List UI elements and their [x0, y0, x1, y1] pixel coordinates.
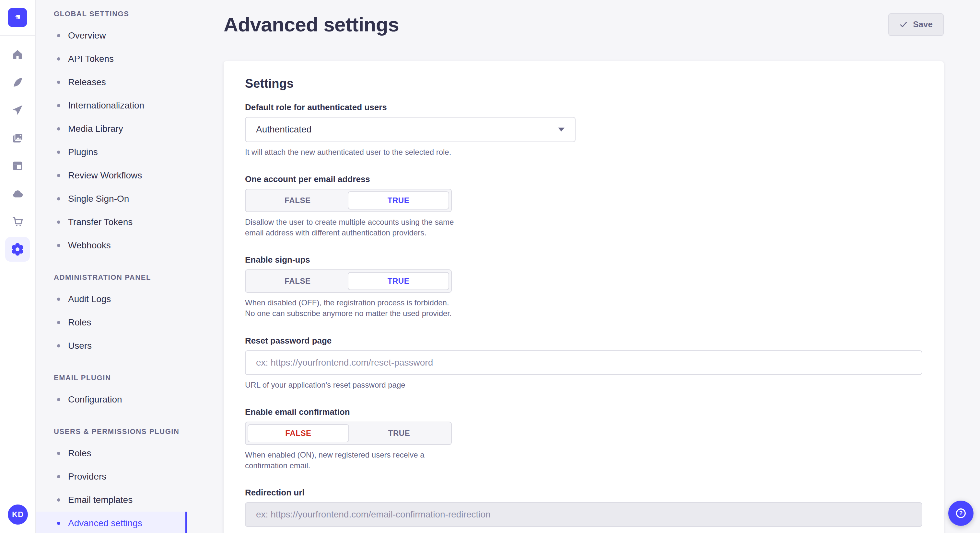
user-avatar[interactable]: KD	[8, 504, 28, 525]
settings-sidebar: Global SettingsOverviewAPI TokensRelease…	[36, 0, 187, 533]
redirection-url-input	[245, 502, 922, 527]
bullet-icon	[57, 452, 60, 455]
enable-signups-label: Enable sign-ups	[245, 255, 922, 265]
sidebar-item-label: Releases	[68, 77, 106, 87]
app-icon-rail: KD	[0, 0, 36, 533]
sidebar-item-label: Roles	[68, 317, 91, 328]
cloud-icon	[11, 187, 24, 200]
logo-container	[0, 0, 35, 36]
bullet-icon	[57, 81, 60, 84]
layout-icon	[11, 159, 24, 172]
app-viewport: KD Global SettingsOverviewAPI TokensRele…	[0, 0, 980, 533]
sidebar-item-configuration[interactable]: Configuration	[36, 388, 187, 411]
sidebar-item-label: Providers	[68, 471, 106, 482]
field-default-role: Default role for authenticated users Aut…	[245, 102, 922, 157]
sidebar-item-label: API Tokens	[68, 54, 114, 64]
bullet-icon	[57, 321, 60, 324]
email-confirmation-toggle: FALSE TRUE	[245, 422, 452, 445]
marketplace-button[interactable]	[5, 209, 30, 234]
save-button[interactable]: Save	[888, 13, 944, 36]
sidebar-item-single-sign-on[interactable]: Single Sign-On	[36, 187, 187, 211]
one-account-hint: Disallow the user to create multiple acc…	[245, 217, 460, 238]
one-account-true-option[interactable]: TRUE	[348, 191, 449, 209]
card-heading: Settings	[245, 77, 922, 90]
sidebar-item-internationalization[interactable]: Internationalization	[36, 94, 187, 117]
sidebar-item-advanced-settings[interactable]: Advanced settings	[36, 512, 187, 533]
sidebar-item-roles[interactable]: Roles	[36, 442, 187, 465]
email-confirmation-true-option[interactable]: TRUE	[349, 424, 449, 443]
sidebar-item-label: Email templates	[68, 495, 132, 505]
bullet-icon	[57, 151, 60, 154]
one-account-toggle: FALSE TRUE	[245, 189, 452, 212]
sidebar-item-label: Media Library	[68, 124, 123, 134]
default-role-hint: It will attach the new authenticated use…	[245, 147, 922, 157]
sidebar-item-label: Users	[68, 341, 92, 351]
sidebar-item-providers[interactable]: Providers	[36, 465, 187, 488]
question-mark-icon: ?	[955, 507, 967, 519]
default-role-select[interactable]: Authenticated	[245, 117, 576, 142]
bullet-icon	[57, 104, 60, 107]
bullet-icon	[57, 127, 60, 130]
sidebar-item-label: Configuration	[68, 394, 122, 405]
redirection-url-label: Redirection url	[245, 488, 922, 498]
nav-section-heading: Administration Panel	[54, 274, 187, 281]
enable-signups-hint: When disabled (OFF), the registration pr…	[245, 297, 460, 319]
bullet-icon	[57, 34, 60, 37]
sidebar-item-releases[interactable]: Releases	[36, 71, 187, 94]
content-builder-button[interactable]	[5, 70, 30, 95]
sidebar-item-email-templates[interactable]: Email templates	[36, 488, 187, 512]
chevron-down-icon	[558, 128, 565, 132]
sidebar-item-label: Plugins	[68, 147, 98, 157]
sidebar-item-label: Single Sign-On	[68, 194, 129, 204]
bullet-icon	[57, 174, 60, 177]
cloud-button[interactable]	[5, 181, 30, 206]
sidebar-item-roles[interactable]: Roles	[36, 311, 187, 334]
sidebar-item-label: Transfer Tokens	[68, 217, 132, 227]
bullet-icon	[57, 197, 60, 200]
deploy-button[interactable]	[5, 98, 30, 122]
home-button[interactable]	[5, 42, 30, 67]
field-reset-password: Reset password page URL of your applicat…	[245, 336, 922, 390]
settings-gear-icon	[10, 242, 25, 257]
sidebar-item-audit-logs[interactable]: Audit Logs	[36, 287, 187, 311]
sidebar-item-label: Advanced settings	[68, 518, 142, 528]
enable-signups-true-option[interactable]: TRUE	[348, 272, 449, 290]
strapi-logo[interactable]	[8, 8, 27, 27]
media-library-button[interactable]	[5, 125, 30, 150]
email-confirmation-false-option[interactable]: FALSE	[248, 424, 349, 443]
sidebar-item-overview[interactable]: Overview	[36, 24, 187, 47]
field-email-confirmation: Enable email confirmation FALSE TRUE Whe…	[245, 407, 922, 471]
sidebar-item-label: Overview	[68, 30, 106, 41]
field-one-account: One account per email address FALSE TRUE…	[245, 174, 922, 238]
reset-password-label: Reset password page	[245, 336, 922, 346]
bullet-icon	[57, 220, 60, 224]
enable-signups-false-option[interactable]: FALSE	[248, 272, 348, 290]
sidebar-item-plugins[interactable]: Plugins	[36, 141, 187, 164]
reset-password-input[interactable]	[245, 351, 922, 375]
sidebar-item-users[interactable]: Users	[36, 334, 187, 357]
email-confirmation-hint: When enabled (ON), new registered users …	[245, 449, 460, 471]
bullet-icon	[57, 298, 60, 301]
one-account-label: One account per email address	[245, 174, 922, 184]
sidebar-item-transfer-tokens[interactable]: Transfer Tokens	[36, 211, 187, 234]
page-header: Advanced settings Save	[224, 13, 944, 36]
nav-section-heading: Global Settings	[54, 10, 187, 17]
page-title: Advanced settings	[224, 13, 399, 36]
bullet-icon	[57, 475, 60, 478]
content-builder-feather-icon	[11, 76, 24, 89]
sidebar-item-webhooks[interactable]: Webhooks	[36, 234, 187, 257]
bullet-icon	[57, 522, 60, 525]
bullet-icon	[57, 398, 60, 401]
settings-button[interactable]	[5, 237, 30, 262]
svg-text:?: ?	[959, 510, 963, 517]
sidebar-item-api-tokens[interactable]: API Tokens	[36, 47, 187, 71]
sidebar-item-media-library[interactable]: Media Library	[36, 117, 187, 141]
nav-section-heading: Email Plugin	[54, 374, 187, 381]
content-manager-button[interactable]	[5, 154, 30, 178]
field-redirection-url: Redirection url	[245, 488, 922, 527]
one-account-false-option[interactable]: FALSE	[248, 191, 348, 209]
sidebar-item-review-workflows[interactable]: Review Workflows	[36, 164, 187, 187]
bullet-icon	[57, 244, 60, 247]
help-button[interactable]: ?	[948, 501, 974, 526]
nav-section-heading: Users & Permissions Plugin	[54, 428, 187, 435]
